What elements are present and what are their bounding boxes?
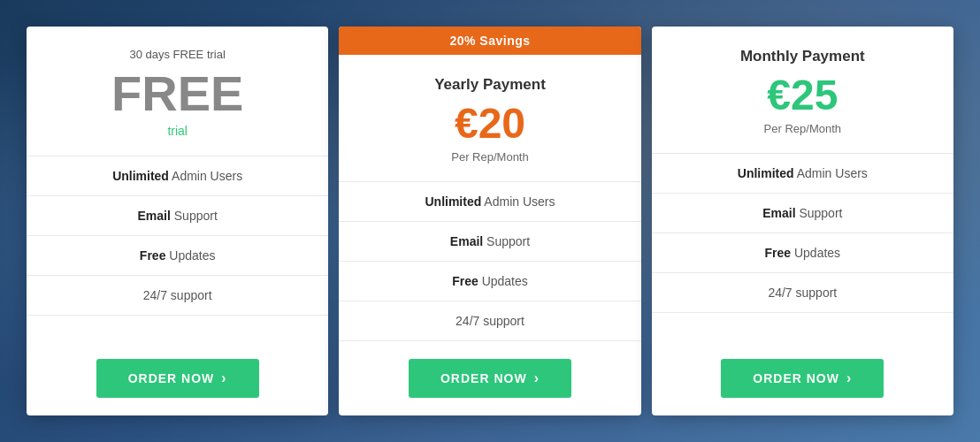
feature-text: Support — [483, 234, 530, 248]
card-header-yearly: Yearly Payment€20Per Rep/Month — [339, 55, 640, 183]
feature-text: Updates — [791, 246, 840, 260]
feature-bold: Unlimited — [112, 169, 169, 183]
feature-row-monthly-3: 24/7 support — [652, 273, 953, 313]
order-now-label: ORDER NOW — [440, 371, 527, 385]
feature-bold: Email — [450, 234, 483, 248]
plan-subtitle-free: 30 days FREE trial — [44, 48, 310, 61]
order-now-button-free[interactable]: ORDER NOW › — [96, 359, 259, 398]
pricing-card-monthly: Monthly Payment€25Per Rep/MonthUnlimited… — [652, 27, 953, 416]
feature-text: Updates — [165, 248, 215, 263]
feature-bold: Email — [762, 206, 795, 220]
plan-price-yearly: €20 — [356, 101, 623, 148]
feature-row-yearly-3: 24/7 support — [339, 301, 640, 341]
feature-row-free-3: 24/7 support — [27, 276, 328, 316]
feature-bold: Free — [765, 246, 792, 260]
feature-text: 24/7 support — [456, 314, 524, 328]
feature-bold: Free — [452, 274, 479, 288]
order-now-label: ORDER NOW — [753, 371, 839, 385]
feature-bold: Free — [140, 248, 166, 263]
order-now-button-monthly[interactable]: ORDER NOW › — [721, 359, 884, 398]
savings-banner: 20% Savings — [339, 27, 640, 55]
chevron-right-icon: › — [846, 370, 852, 386]
card-header-free: 30 days FREE trialFREEtrial — [27, 27, 328, 157]
feature-row-monthly-2: Free Updates — [652, 233, 953, 273]
feature-text: 24/7 support — [143, 288, 212, 302]
order-now-button-yearly[interactable]: ORDER NOW › — [409, 359, 571, 398]
feature-bold: Unlimited — [425, 194, 481, 209]
feature-row-yearly-1: Email Support — [339, 222, 640, 262]
plan-period-monthly: Per Rep/Month — [670, 122, 936, 135]
feature-bold: Email — [138, 209, 171, 223]
order-now-label: ORDER NOW — [128, 371, 215, 385]
feature-bold: Unlimited — [738, 166, 794, 180]
feature-row-yearly-2: Free Updates — [339, 262, 640, 301]
card-footer-monthly: ORDER NOW › — [652, 341, 953, 415]
plan-price-free: FREE — [44, 66, 310, 121]
plan-name-yearly: Yearly Payment — [356, 76, 623, 94]
pricing-card-free: 30 days FREE trialFREEtrialUnlimited Adm… — [27, 27, 328, 416]
feature-text: Support — [171, 209, 218, 223]
feature-row-free-2: Free Updates — [27, 236, 328, 276]
feature-row-free-1: Email Support — [27, 196, 328, 236]
card-footer-yearly: ORDER NOW › — [339, 341, 640, 415]
pricing-cards-container: 30 days FREE trialFREEtrialUnlimited Adm… — [21, 27, 959, 416]
feature-row-free-0: Unlimited Admin Users — [27, 156, 328, 196]
chevron-right-icon: › — [534, 370, 540, 386]
pricing-card-yearly: 20% SavingsYearly Payment€20Per Rep/Mont… — [339, 27, 640, 416]
feature-text: Support — [796, 206, 843, 220]
plan-period-yearly: Per Rep/Month — [356, 150, 623, 164]
card-header-monthly: Monthly Payment€25Per Rep/Month — [652, 27, 953, 155]
card-footer-free: ORDER NOW › — [27, 341, 328, 415]
plan-price-monthly: €25 — [670, 72, 936, 119]
plan-trial-label: trial — [44, 124, 310, 138]
feature-text: Updates — [479, 274, 528, 288]
plan-name-monthly: Monthly Payment — [670, 48, 936, 65]
feature-text: Admin Users — [481, 194, 555, 209]
feature-text: 24/7 support — [768, 286, 837, 300]
chevron-right-icon: › — [221, 370, 226, 386]
feature-row-yearly-0: Unlimited Admin Users — [339, 182, 640, 222]
feature-text: Admin Users — [169, 169, 242, 183]
feature-row-monthly-1: Email Support — [652, 194, 953, 233]
feature-row-monthly-0: Unlimited Admin Users — [652, 154, 953, 194]
feature-text: Admin Users — [794, 166, 868, 180]
